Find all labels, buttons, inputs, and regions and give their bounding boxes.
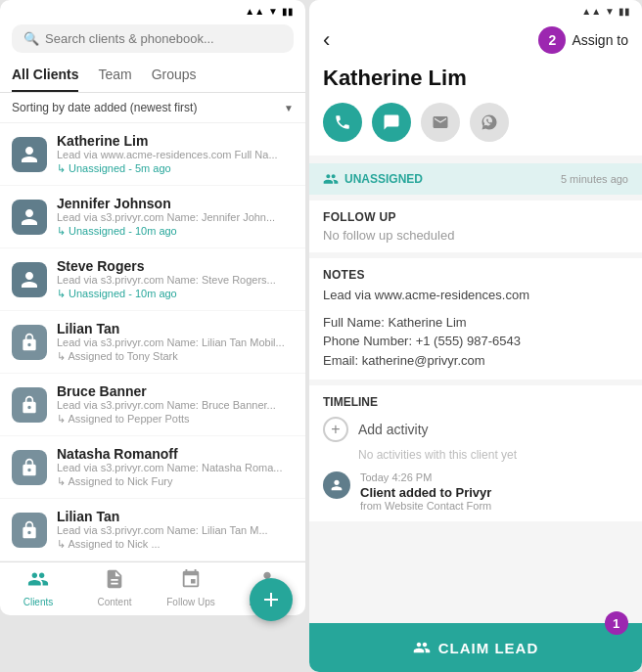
tab-groups[interactable]: Groups <box>152 59 197 92</box>
client-lead: Lead via www.acme-residences.com Full Na… <box>57 149 294 160</box>
nav-clients-label: Clients <box>23 597 54 607</box>
chevron-down-icon: ▼ <box>284 103 294 113</box>
avatar <box>12 387 47 423</box>
call-button[interactable] <box>323 103 362 142</box>
chat-button[interactable] <box>372 103 411 142</box>
notes-line-2: Full Name: Katherine Lim <box>323 313 628 333</box>
search-icon: 🔍 <box>23 31 39 46</box>
email-button[interactable] <box>421 103 460 142</box>
client-lead: Lead via s3.privyr.com Name: Natasha Rom… <box>57 462 294 473</box>
followups-icon <box>180 568 202 595</box>
battery-icon-right: ▮▮ <box>619 6 630 17</box>
tab-all-clients[interactable]: All Clients <box>12 59 78 92</box>
status-bar-left: ▲▲ ▼ ▮▮ <box>0 0 305 19</box>
list-item[interactable]: Katherine Lim Lead via www.acme-residenc… <box>0 123 305 186</box>
client-info: Lilian Tan Lead via s3.privyr.com Name: … <box>57 321 294 363</box>
nav-content-label: Content <box>97 597 131 607</box>
nav-followups-label: Follow Ups <box>166 597 214 607</box>
avatar <box>12 262 47 297</box>
client-status: ↳ Unassigned - 10m ago <box>57 225 294 238</box>
nav-content[interactable]: Content <box>76 568 153 607</box>
claim-lead-label: CLAIM LEAD <box>438 640 539 656</box>
assign-label: Assign to <box>572 32 628 48</box>
nav-followups[interactable]: Follow Ups <box>153 568 229 607</box>
client-lead: Lead via s3.privyr.com Name: Bruce Banne… <box>57 399 294 411</box>
client-info: Lilian Tan Lead via s3.privyr.com Name: … <box>57 509 294 551</box>
followup-content: No follow up scheduled <box>323 228 628 243</box>
client-lead: Lead via s3.privyr.com Name: Lilian Tan … <box>57 524 294 536</box>
add-activity-label: Add activity <box>358 422 429 437</box>
no-activity-text: No activities with this client yet <box>358 448 628 462</box>
client-lead: Lead via s3.privyr.com Name: Steve Roger… <box>57 274 294 286</box>
action-buttons <box>323 103 628 142</box>
nav-clients[interactable]: Clients <box>0 568 76 607</box>
back-button[interactable]: ‹ <box>323 27 330 53</box>
tabs-bar: All Clients Team Groups <box>0 59 305 93</box>
client-status: ↳ Assigned to Pepper Potts <box>57 413 294 426</box>
signal-icon: ▲▲ <box>245 6 264 17</box>
timeline-event-time: Today 4:26 PM <box>360 471 491 483</box>
content-icon <box>104 568 125 595</box>
assign-badge: 2 <box>538 26 566 54</box>
notes-line-0: Lead via www.acme-residences.com <box>323 286 628 305</box>
client-name: Lilian Tan <box>57 321 294 336</box>
client-lead: Lead via s3.privyr.com Name: Lilian Tan … <box>57 336 294 348</box>
list-item[interactable]: Lilian Tan Lead via s3.privyr.com Name: … <box>0 499 305 561</box>
status-bar-right: ▲▲ ▼ ▮▮ <box>309 0 642 19</box>
client-info: Bruce Banner Lead via s3.privyr.com Name… <box>57 383 294 426</box>
unassigned-time: 5 minutes ago <box>561 173 628 185</box>
client-status: ↳ Assigned to Nick Fury <box>57 475 294 488</box>
tab-team[interactable]: Team <box>98 59 131 92</box>
timeline-section: TIMELINE + Add activity No activities wi… <box>309 385 642 521</box>
client-info: Steve Rogers Lead via s3.privyr.com Name… <box>57 258 294 300</box>
timeline-event-title: Client added to Privyr <box>360 485 491 500</box>
claim-lead-button[interactable]: 1 CLAIM LEAD <box>309 623 642 672</box>
timeline-event: Today 4:26 PM Client added to Privyr fro… <box>323 471 628 512</box>
clients-icon <box>27 568 49 595</box>
search-bar[interactable]: 🔍 <box>12 24 294 53</box>
unassigned-banner: UNASSIGNED 5 minutes ago <box>309 163 642 195</box>
client-name: Katherine Lim <box>57 133 294 149</box>
notes-line-4: Email: katherine@privyr.com <box>323 351 628 371</box>
client-status: ↳ Assigned to Nick ... <box>57 538 294 551</box>
whatsapp-button[interactable] <box>470 103 509 142</box>
search-input[interactable] <box>45 31 282 46</box>
notes-title: NOTES <box>323 268 628 282</box>
list-item[interactable]: Jennifer Johnson Lead via s3.privyr.com … <box>0 186 305 248</box>
sort-label: Sorting by date added (newest first) <box>12 101 197 114</box>
client-header: Katherine Lim <box>309 64 642 156</box>
assign-to-button[interactable]: 2 Assign to <box>538 26 628 54</box>
client-name: Steve Rogers <box>57 258 294 274</box>
timeline-event-avatar <box>323 471 350 499</box>
right-panel: ▲▲ ▼ ▮▮ ‹ 2 Assign to Katherine Lim <box>309 0 642 672</box>
followup-title: FOLLOW UP <box>323 210 628 224</box>
unassigned-label: UNASSIGNED <box>344 172 423 186</box>
battery-icon: ▮▮ <box>282 6 294 17</box>
client-info: Jennifer Johnson Lead via s3.privyr.com … <box>57 196 294 238</box>
client-info: Natasha Romanoff Lead via s3.privyr.com … <box>57 446 294 488</box>
wifi-icon: ▼ <box>268 6 278 17</box>
list-item[interactable]: Lilian Tan Lead via s3.privyr.com Name: … <box>0 311 305 374</box>
signal-icon-right: ▲▲ <box>581 6 601 17</box>
unassigned-status: UNASSIGNED <box>323 171 423 187</box>
client-status: ↳ Assigned to Tony Stark <box>57 350 294 363</box>
add-activity-button[interactable]: + Add activity <box>323 417 628 442</box>
sort-row[interactable]: Sorting by date added (newest first) ▼ <box>0 93 305 123</box>
list-item[interactable]: Bruce Banner Lead via s3.privyr.com Name… <box>0 374 305 436</box>
notes-line-3: Phone Number: +1 (555) 987-6543 <box>323 332 628 351</box>
client-status: ↳ Unassigned - 10m ago <box>57 288 294 300</box>
timeline-event-info: Today 4:26 PM Client added to Privyr fro… <box>360 471 491 512</box>
avatar <box>12 137 47 172</box>
followup-section: FOLLOW UP No follow up scheduled <box>309 201 642 252</box>
timeline-title: TIMELINE <box>323 395 628 409</box>
list-item[interactable]: Natasha Romanoff Lead via s3.privyr.com … <box>0 436 305 499</box>
timeline-event-subtitle: from Website Contact Form <box>360 500 491 512</box>
client-status: ↳ Unassigned - 5m ago <box>57 162 294 175</box>
detail-scroll: UNASSIGNED 5 minutes ago FOLLOW UP No fo… <box>309 156 642 623</box>
wifi-icon-right: ▼ <box>605 6 615 17</box>
add-client-fab[interactable] <box>250 578 293 621</box>
client-name: Lilian Tan <box>57 509 294 524</box>
list-item[interactable]: Steve Rogers Lead via s3.privyr.com Name… <box>0 248 305 311</box>
client-full-name: Katherine Lim <box>323 66 628 91</box>
claim-badge: 1 <box>605 611 628 635</box>
